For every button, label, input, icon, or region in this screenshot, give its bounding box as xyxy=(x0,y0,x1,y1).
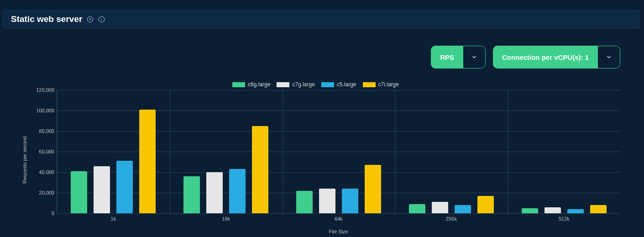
plot-area: 020,00040,00060,00080,000100,000120,0001… xyxy=(57,90,620,213)
vline xyxy=(508,90,508,213)
bar[interactable] xyxy=(71,171,87,213)
y-tick-label: 0 xyxy=(52,211,54,216)
gridline xyxy=(57,213,620,214)
vline xyxy=(395,90,395,213)
legend-swatch xyxy=(363,82,376,87)
legend-item[interactable]: c6g.large xyxy=(232,81,270,88)
panel-header: Static web server xyxy=(2,9,640,29)
upload-icon[interactable] xyxy=(87,16,94,23)
chevron-down-icon xyxy=(471,54,477,60)
y-tick-label: 60,000 xyxy=(39,149,54,154)
legend-swatch xyxy=(321,82,334,87)
bar[interactable] xyxy=(432,202,448,213)
legend-item[interactable]: c5.large xyxy=(321,81,356,88)
metric-dropdown-label: RPS xyxy=(431,46,463,68)
chart: c6g.largec7g.largec5.largec7i.large Requ… xyxy=(11,80,620,234)
bar[interactable] xyxy=(139,110,156,213)
bar[interactable] xyxy=(252,126,268,213)
legend-swatch xyxy=(277,82,289,87)
chart-controls: RPS Connection per vCPU(s): 1 xyxy=(431,46,620,68)
x-tick-label: 1k xyxy=(111,216,116,221)
bar[interactable] xyxy=(296,191,313,214)
bar[interactable] xyxy=(590,205,607,213)
bar[interactable] xyxy=(409,204,425,213)
metric-dropdown[interactable]: RPS xyxy=(431,46,486,68)
bar[interactable] xyxy=(365,165,381,213)
legend-label: c7g.large xyxy=(292,81,314,88)
y-tick-label: 120,000 xyxy=(36,87,54,93)
bar[interactable] xyxy=(522,208,538,213)
bar[interactable] xyxy=(545,207,561,214)
connection-dropdown[interactable]: Connection per vCPU(s): 1 xyxy=(493,46,620,68)
connection-dropdown-chevron xyxy=(598,46,620,68)
y-tick-label: 20,000 xyxy=(39,190,54,195)
bar[interactable] xyxy=(183,176,200,213)
legend: c6g.largec7g.largec5.largec7i.large xyxy=(11,80,620,89)
legend-label: c7i.large xyxy=(378,81,399,88)
svg-point-3 xyxy=(102,18,102,18)
legend-item[interactable]: c7i.large xyxy=(363,81,399,88)
metric-dropdown-chevron xyxy=(463,46,486,68)
vline xyxy=(283,90,283,213)
bar[interactable] xyxy=(206,172,223,213)
x-tick-label: 64k xyxy=(335,216,343,221)
legend-item[interactable]: c7g.large xyxy=(277,81,314,88)
bar[interactable] xyxy=(567,209,584,213)
x-axis-label: File Size xyxy=(57,229,620,234)
page-title: Static web server xyxy=(11,14,82,24)
x-tick-label: 16k xyxy=(222,216,230,221)
bar[interactable] xyxy=(116,161,133,213)
legend-label: c5.large xyxy=(337,81,356,88)
y-tick-label: 80,000 xyxy=(39,128,54,134)
gridline xyxy=(57,90,620,90)
bar[interactable] xyxy=(477,196,494,213)
y-tick-label: 40,000 xyxy=(39,169,54,175)
info-icon[interactable] xyxy=(98,16,105,23)
y-axis-label: Requests per second xyxy=(22,136,27,184)
legend-swatch xyxy=(232,82,245,87)
bar[interactable] xyxy=(229,169,246,213)
bar[interactable] xyxy=(455,205,471,213)
bar[interactable] xyxy=(319,189,335,213)
x-tick-label: 512k xyxy=(559,216,570,221)
legend-label: c6g.large xyxy=(248,81,270,88)
bar[interactable] xyxy=(342,189,358,213)
y-tick-label: 100,000 xyxy=(36,108,54,113)
chevron-down-icon xyxy=(606,54,612,60)
vline xyxy=(170,90,170,213)
bar[interactable] xyxy=(94,166,110,214)
x-tick-label: 256k xyxy=(446,216,457,221)
connection-dropdown-label: Connection per vCPU(s): 1 xyxy=(493,46,598,68)
